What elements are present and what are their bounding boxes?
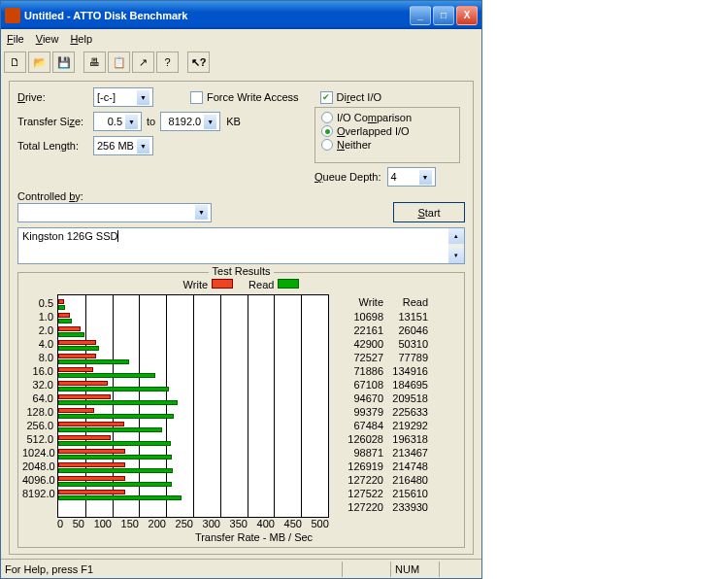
chart-plot	[57, 294, 329, 518]
menu-view[interactable]: View	[36, 33, 59, 45]
drive-label: Drive:	[17, 91, 93, 103]
minimize-button[interactable]: _	[410, 6, 431, 25]
status-text: For Help, press F1	[5, 563, 342, 575]
new-button[interactable]: 🗋	[4, 51, 26, 73]
menu-help[interactable]: Help	[70, 33, 92, 45]
save-button[interactable]: 💾	[52, 51, 75, 73]
total-length-label: Total Length:	[17, 140, 93, 152]
description-input[interactable]: Kingston 126G SSD ▴▾	[17, 227, 465, 264]
toolbar: 🗋 📂 💾 🖶 📋 ↗ ? ↖?	[1, 49, 481, 76]
results-fieldset: Test Results Write Read 0.51.02.04.08.01…	[17, 272, 465, 548]
overlapped-io-radio[interactable]	[321, 125, 333, 137]
num-lock-indicator: NUM	[390, 562, 439, 577]
app-icon	[5, 8, 20, 23]
copy-button[interactable]: 📋	[108, 51, 130, 73]
controlled-by-select[interactable]: ▼	[17, 203, 212, 222]
window-title: Untitled - ATTO Disk Benchmark	[24, 10, 188, 21]
menu-file[interactable]: File	[7, 33, 24, 45]
io-comparison-radio[interactable]	[321, 112, 333, 123]
total-length-select[interactable]: 256 MB▼	[93, 136, 153, 155]
maximize-button[interactable]: □	[433, 6, 454, 25]
open-button[interactable]: 📂	[28, 51, 50, 73]
menubar: File View Help	[1, 29, 481, 49]
ts-max-select[interactable]: 8192.0▼	[160, 112, 220, 131]
force-write-label: Force Write Access	[207, 91, 299, 103]
export-button[interactable]: ↗	[132, 51, 154, 73]
ts-min-select[interactable]: 0.5▼	[93, 112, 142, 131]
x-axis-title: Transfer Rate - MB / Sec	[48, 531, 460, 543]
direct-io-label: Direct I/O	[337, 91, 381, 103]
print-button[interactable]: 🖶	[83, 51, 106, 73]
start-button[interactable]: Start	[393, 202, 465, 222]
titlebar[interactable]: Untitled - ATTO Disk Benchmark _ □ X	[1, 1, 481, 29]
close-button[interactable]: X	[456, 6, 478, 25]
status-bar: For Help, press F1 NUM	[1, 559, 481, 578]
direct-io-checkbox[interactable]: ✔	[320, 91, 333, 104]
results-title: Test Results	[209, 265, 275, 277]
queue-depth-select[interactable]: 4▼	[387, 167, 436, 187]
y-axis-labels: 0.51.02.04.08.016.032.064.0128.0256.0512…	[22, 294, 57, 500]
neither-radio[interactable]	[321, 139, 333, 151]
values-table: WriteRead 106981315122161260464290050310…	[329, 294, 436, 514]
drive-select[interactable]: [-c-]▼	[93, 87, 153, 107]
chart-legend: Write Read	[22, 279, 460, 290]
content-panel: Drive: [-c-]▼ Force Write Access ✔ Direc…	[9, 81, 474, 555]
scrollbar[interactable]: ▴▾	[448, 228, 464, 263]
help-button[interactable]: ?	[156, 51, 179, 73]
whats-this-button[interactable]: ↖?	[187, 51, 210, 73]
app-window: Untitled - ATTO Disk Benchmark _ □ X Fil…	[0, 0, 482, 579]
x-axis-labels: 050100150200250300350400450500	[57, 518, 329, 529]
io-mode-group: I/O Comparison Overlapped I/O Neither	[314, 107, 460, 163]
force-write-checkbox[interactable]	[190, 91, 203, 104]
transfer-size-label: Transfer Size:	[17, 116, 93, 127]
